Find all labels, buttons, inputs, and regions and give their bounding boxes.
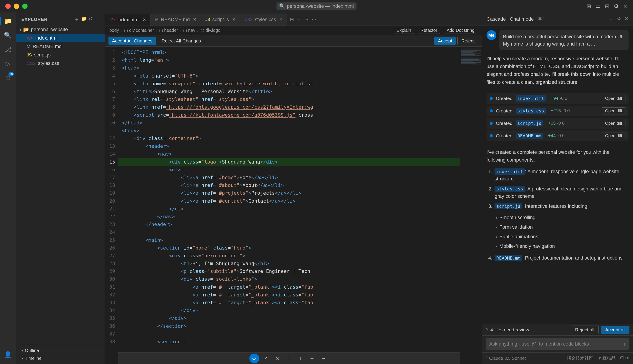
tab-index-html[interactable]: </> index.html ✕: [105, 14, 151, 26]
folder-icon: 📂: [23, 27, 29, 32]
code-line-19: <li><a href="#projects">Projects</a></li…: [118, 189, 460, 197]
open-diff-1[interactable]: Open diff: [602, 95, 626, 102]
layout-panel-icon[interactable]: ▭: [596, 3, 600, 9]
minimap-line: [461, 61, 473, 62]
toolbar-prev-button[interactable]: ←: [307, 354, 317, 363]
toolbar-up-button[interactable]: ↑: [284, 354, 294, 363]
component-desc-4: : Project documentation and setup instru…: [522, 255, 622, 261]
tab-styles[interactable]: CSS styles.css ✕: [240, 14, 287, 26]
code-line-35: </div>: [118, 314, 460, 322]
breadcrumb-nav[interactable]: ⬡ nav: [183, 28, 195, 33]
reject-all-changes-button[interactable]: Reject All Changes: [158, 37, 205, 45]
file-item-script[interactable]: JS script.js: [16, 51, 105, 59]
titlebar-right: ⊞ ▭ ⊟ ⚙ ✕: [586, 3, 628, 9]
reject-change-button[interactable]: Reject: [458, 37, 478, 45]
timeline-arrow-icon: ▾: [21, 356, 23, 360]
close-window-icon[interactable]: ✕: [623, 3, 628, 9]
sidebar-item-extensions[interactable]: ⊞ 10: [1, 71, 15, 84]
tab-readme[interactable]: M README.md ✕: [151, 14, 201, 26]
footer-link-1[interactable]: 招金技术社区: [567, 355, 594, 361]
split-editor-icon[interactable]: ⊟: [289, 16, 295, 23]
timeline-label: Timeline: [25, 356, 42, 361]
toolbar-down-button[interactable]: ↓: [296, 354, 306, 363]
breadcrumb-sep-1: ›: [121, 28, 122, 33]
toolbar-next-button[interactable]: →: [319, 354, 328, 363]
sidebar-item-search[interactable]: 🔍: [1, 28, 15, 42]
open-diff-2[interactable]: Open diff: [602, 107, 626, 114]
sidebar-section-timeline[interactable]: ▾ Timeline: [19, 354, 102, 362]
tab-close-styles[interactable]: ✕: [279, 17, 282, 22]
chat-send-icon[interactable]: ↑: [623, 341, 626, 347]
explain-button[interactable]: Explain: [394, 27, 414, 34]
file-item-styles[interactable]: CSS styles.css: [16, 59, 105, 68]
new-file-icon[interactable]: ＋: [74, 16, 79, 23]
script-features-list: Smooth scrolling Form validation Subtle …: [496, 213, 628, 251]
sidebar-item-explorer[interactable]: 📁: [1, 14, 15, 28]
tab-prev-icon[interactable]: ←: [296, 16, 302, 23]
toolbar-confirm-button[interactable]: ✓: [261, 354, 271, 363]
breadcrumb-container[interactable]: ⬡ div.container: [124, 28, 154, 33]
tab-close-readme[interactable]: ✕: [193, 17, 196, 22]
close-button[interactable]: [5, 4, 11, 9]
open-diff-3[interactable]: Open diff: [602, 120, 626, 127]
chat-model-selector[interactable]: ^ Claude 3.5 Sonnet: [486, 356, 526, 361]
file-action-label-3: Created: [496, 121, 512, 126]
accept-change-button[interactable]: Accept: [434, 37, 456, 45]
footer-link-3[interactable]: Chat: [620, 355, 630, 361]
chat-refresh-icon[interactable]: ↺: [617, 16, 621, 22]
folder-personal-website[interactable]: ▾ 📂 personal-website: [16, 25, 105, 34]
file-item-readme[interactable]: M README.md: [16, 42, 105, 51]
file-status-dot-2: [490, 109, 493, 112]
accept-all-changes-button[interactable]: Accept All Changes: [108, 37, 156, 45]
footer-link-2[interactable]: 奇算精品: [598, 355, 616, 361]
sidebar-section-outline[interactable]: ▾ Outline: [19, 347, 102, 354]
reject-all-button[interactable]: Reject all: [571, 326, 598, 334]
chat-add-icon[interactable]: ＋: [608, 16, 614, 22]
components-list: 1. index.html: A modern, responsive sing…: [486, 166, 628, 211]
refactor-button[interactable]: Refactor: [418, 27, 440, 34]
tab-close-script[interactable]: ✕: [232, 17, 235, 22]
chat-input[interactable]: [489, 341, 620, 347]
components-list-2: 4. README.md: Project documentation and …: [486, 253, 628, 263]
layout-sidebar-icon[interactable]: ⊞: [586, 3, 591, 9]
toolbar-cancel-button[interactable]: ✕: [272, 354, 282, 363]
breadcrumb-body[interactable]: body: [109, 28, 119, 33]
accept-all-button[interactable]: Accept all: [601, 326, 630, 334]
file-item-index-html[interactable]: </> index.html: [16, 34, 105, 42]
toolbar-loop-button[interactable]: ⟳: [250, 354, 259, 363]
tab-more-icon[interactable]: ⋯: [311, 16, 318, 23]
sidebar-item-debug[interactable]: ▷: [1, 57, 15, 70]
add-docstring-button[interactable]: Add Docstring: [444, 27, 478, 34]
minimap-line: [461, 48, 481, 48]
code-content[interactable]: <!DOCTYPE html> <html lang="en"> <head> …: [118, 47, 460, 364]
ai-response-1: I'll help you create a modern, responsiv…: [486, 55, 628, 86]
breadcrumb-header[interactable]: ⬡ header: [159, 28, 178, 33]
tab-close-index[interactable]: ✕: [143, 17, 146, 22]
tab-next-icon[interactable]: →: [303, 16, 310, 23]
settings-icon[interactable]: ⚙: [614, 3, 619, 9]
titlebar-search[interactable]: 🔍 personal-website — index.html: [276, 2, 356, 10]
sidebar-item-git[interactable]: ⎇: [1, 43, 15, 56]
new-folder-icon[interactable]: 📁: [81, 16, 87, 23]
refresh-icon[interactable]: ↺: [89, 16, 93, 23]
open-diff-4[interactable]: Open diff: [602, 132, 626, 139]
tab-script[interactable]: JS script.js ✕: [201, 14, 240, 26]
more-actions-icon[interactable]: ⋯: [94, 16, 99, 23]
code-line-18: <li><a href="#about">About</a></li>: [118, 181, 460, 189]
element-icon-2: ⬡: [159, 28, 163, 33]
tab-bar: </> index.html ✕ M README.md ✕ JS script…: [105, 12, 482, 26]
code-editor[interactable]: 12345 678910 11121314 15 1617181920 2122…: [105, 47, 482, 364]
user-message: Me Build me a beautiful personal website…: [486, 30, 628, 50]
code-line-32: <a href="#" target="_blank"><i class="fa…: [118, 291, 460, 299]
maximize-button[interactable]: [22, 4, 28, 9]
breadcrumb-logo[interactable]: ⬡ div.logo: [200, 28, 220, 33]
chat-close-icon[interactable]: ✕: [624, 16, 628, 22]
sidebar-item-account[interactable]: 👤: [1, 348, 15, 361]
chevron-up-icon: ^: [486, 327, 488, 332]
layout-icon[interactable]: ⊟: [605, 3, 610, 9]
minimize-button[interactable]: [14, 4, 19, 9]
list-num-1: 1.: [488, 168, 492, 182]
chat-messages[interactable]: Me Build me a beautiful personal website…: [482, 26, 633, 324]
html-file-icon: </>: [27, 36, 33, 41]
code-line-28: <h1>Hi, I'm Shuguang Wang</h1>: [118, 260, 460, 267]
